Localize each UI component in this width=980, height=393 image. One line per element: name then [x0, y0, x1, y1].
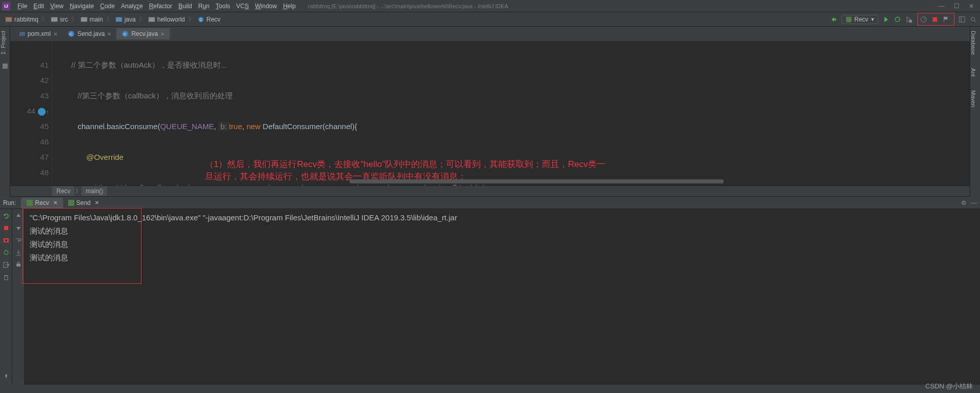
maven-tool-button[interactable]: Maven [970, 86, 976, 111]
dropdown-icon: ▼ [870, 17, 875, 22]
crumb-src[interactable]: src [49, 16, 70, 23]
tab-pom[interactable]: m pom.xml✕ [14, 28, 63, 39]
chevron-icon: 〉 [106, 15, 112, 24]
horizontal-scrollbar[interactable] [350, 179, 801, 184]
scroll-end-icon[interactable] [15, 249, 22, 256]
trash-icon[interactable] [3, 274, 10, 281]
nav-bar: rabbitmq 〉 src 〉 main 〉 java 〉 helloworl… [0, 12, 980, 27]
svg-point-19 [971, 17, 975, 20]
run-console: "C:\Program Files\Java\jdk1.8.0_162\bin\… [0, 209, 980, 385]
down-icon[interactable] [15, 224, 22, 232]
svg-rect-37 [17, 262, 19, 264]
console-toolbar-left [0, 209, 12, 385]
ant-tool-button[interactable]: Ant [970, 64, 976, 81]
watermark: CSDN @小桔林 [925, 382, 973, 391]
code-area[interactable]: // 第二个参数（autoAck），是否接收消息时... //第三个参数（cal… [52, 41, 970, 185]
run-icon[interactable] [883, 16, 890, 23]
svg-line-20 [974, 20, 976, 22]
code-editor[interactable]: 41 42 43 44 ⬤↑ 45 46 47 48 49 // 第二个参数（a… [10, 41, 970, 185]
editor-tabs: m pom.xml✕ C Send.java✕ C Recv.java✕ [0, 27, 980, 41]
dump-icon[interactable] [3, 237, 10, 244]
attach-debug-icon[interactable] [3, 249, 10, 256]
crumb-java[interactable]: java [113, 16, 138, 23]
gear-icon[interactable]: ⚙ [961, 199, 967, 206]
ij-logo-icon: IJ [2, 2, 10, 10]
console-line: 测试的消息 [30, 251, 975, 264]
console-output[interactable]: "C:\Program Files\Java\jdk1.8.0_162\bin\… [25, 209, 980, 385]
search-everywhere-icon[interactable] [970, 16, 977, 23]
menu-window[interactable]: Window [252, 3, 280, 10]
menu-view[interactable]: View [47, 3, 67, 10]
structure-icon[interactable] [0, 63, 10, 70]
status-bar [0, 385, 980, 393]
flag-icon[interactable] [943, 16, 950, 23]
stop-icon[interactable] [931, 16, 938, 23]
crumb-pkg[interactable]: helloworld [146, 16, 187, 23]
pin-icon[interactable] [3, 373, 10, 380]
rerun-icon[interactable] [3, 212, 10, 219]
close-tab-icon[interactable]: ✕ [107, 31, 111, 37]
window-title: rabbitmq [E:\java\rabbitmq] - ...\src\ma… [308, 3, 508, 9]
hammer-back-icon[interactable] [830, 16, 838, 23]
svg-rect-4 [149, 17, 155, 22]
maximize-icon[interactable]: ☐ [954, 3, 959, 10]
annotation-box [917, 13, 954, 26]
menu-navigate[interactable]: Navigate [67, 3, 97, 10]
close-runtab-icon[interactable]: ✕ [53, 200, 57, 205]
softwrap-icon[interactable] [15, 237, 22, 244]
project-tool-button[interactable]: 1: Project [0, 27, 6, 58]
up-icon[interactable] [15, 212, 22, 219]
menu-code[interactable]: Code [97, 3, 118, 10]
svg-rect-0 [6, 17, 12, 22]
svg-text:C: C [70, 32, 73, 36]
crumb-main[interactable]: main [78, 16, 105, 23]
run-tab-recv[interactable]: Recv✕ [21, 198, 63, 208]
menu-run[interactable]: Run [195, 3, 213, 10]
app-run-icon [27, 200, 33, 206]
profiler-icon[interactable] [920, 16, 927, 23]
svg-rect-7 [846, 16, 851, 22]
gutter: 41 42 43 44 ⬤↑ 45 46 47 48 49 [10, 41, 52, 185]
close-icon[interactable]: ✕ [969, 3, 974, 10]
minimize-tool-icon[interactable]: — [971, 199, 977, 206]
svg-rect-17 [959, 16, 965, 22]
menu-refactor[interactable]: Refactor [146, 3, 175, 10]
exit-icon[interactable] [3, 261, 10, 268]
debug-icon[interactable] [894, 16, 901, 23]
crumb-file[interactable]: CRecv [195, 16, 222, 23]
layout-icon[interactable] [958, 16, 966, 23]
menu-edit[interactable]: Edit [30, 3, 47, 10]
console-line: 测试的消息 [30, 224, 975, 238]
crumb-project[interactable]: rabbitmq [3, 16, 40, 23]
menu-analyze[interactable]: Analyze [118, 3, 146, 10]
menu-tools[interactable]: Tools [213, 3, 233, 10]
app-run-icon [68, 200, 74, 206]
coverage-icon[interactable] [905, 16, 912, 23]
menu-build[interactable]: Build [175, 3, 195, 10]
svg-rect-15 [944, 16, 948, 19]
run-label: Run: [3, 199, 16, 206]
close-runtab-icon[interactable]: ✕ [95, 200, 99, 205]
app-icon [845, 16, 852, 23]
menu-file[interactable]: File [14, 3, 30, 10]
menu-vcs[interactable]: VCS [233, 3, 252, 10]
run-config-dropdown[interactable]: Recv ▼ [842, 15, 879, 24]
menu-help[interactable]: Help [280, 3, 299, 10]
crumb-method[interactable]: main() [81, 187, 107, 196]
close-tab-icon[interactable]: ✕ [160, 31, 165, 37]
run-tab-send[interactable]: Send✕ [63, 198, 104, 208]
tab-recv[interactable]: C Recv.java✕ [116, 28, 170, 39]
maven-icon: m [19, 30, 25, 37]
tab-send[interactable]: C Send.java✕ [63, 28, 116, 39]
database-tool-button[interactable]: Database [970, 27, 976, 59]
minimize-icon[interactable]: — [938, 3, 945, 10]
override-icon[interactable]: ⬤ [37, 107, 46, 115]
close-tab-icon[interactable]: ✕ [53, 31, 57, 37]
print-icon[interactable] [15, 261, 22, 268]
svg-rect-36 [16, 264, 21, 266]
svg-rect-14 [933, 17, 937, 22]
stop-icon[interactable] [3, 224, 10, 232]
svg-rect-1 [51, 17, 57, 22]
run-tool-header: Run: Recv✕ Send✕ ⚙ — [0, 197, 980, 209]
crumb-class[interactable]: Recv [52, 187, 74, 196]
